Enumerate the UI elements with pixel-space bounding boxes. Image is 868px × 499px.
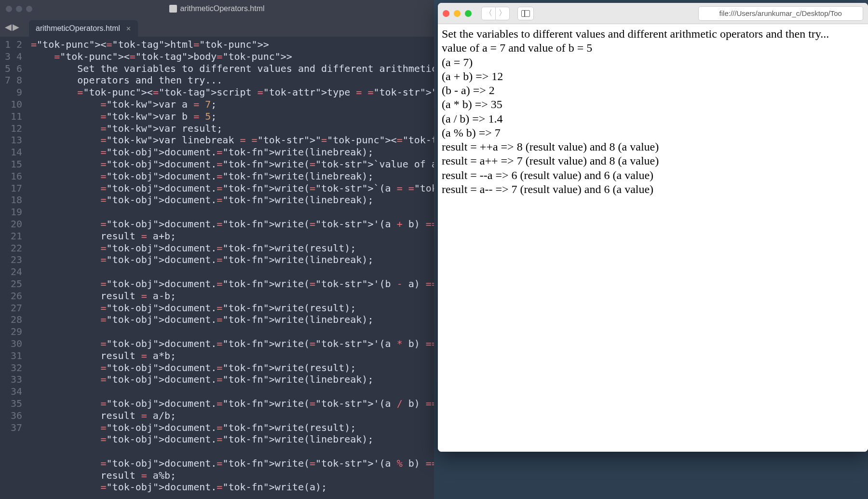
nav-back-icon[interactable]: ◀ bbox=[5, 22, 12, 32]
close-icon[interactable] bbox=[6, 6, 12, 12]
output-line: (b - a) => 2 bbox=[442, 83, 864, 97]
nav-forward-icon[interactable]: ▶ bbox=[13, 22, 19, 32]
browser-url-text: file:///Users/arunkumar_c/Desktop/Too bbox=[719, 9, 842, 17]
editor-title: arithmeticOperators.html bbox=[0, 4, 434, 13]
browser-traffic-lights[interactable] bbox=[443, 10, 472, 17]
browser-content: Set the variables to different values an… bbox=[438, 24, 868, 452]
editor-titlebar: arithmeticOperators.html bbox=[0, 0, 434, 17]
browser-sidebar-button[interactable] bbox=[517, 7, 534, 20]
output-line: (a = 7) bbox=[442, 55, 864, 69]
tab-close-icon[interactable]: ✕ bbox=[126, 25, 131, 32]
line-number-gutter: 1 2 3 4 5 6 7 8 9 10 11 12 13 14 15 16 1… bbox=[0, 37, 27, 499]
maximize-icon[interactable] bbox=[465, 10, 472, 17]
output-line: result = a-- => 7 (result value) and 6 (… bbox=[442, 182, 864, 196]
file-icon bbox=[169, 5, 177, 13]
minimize-icon[interactable] bbox=[16, 6, 22, 12]
browser-forward-button[interactable]: 〉 bbox=[495, 7, 510, 20]
editor-window: arithmeticOperators.html ◀ ▶ arithmeticO… bbox=[0, 0, 434, 499]
output-line: (a / b) => 1.4 bbox=[442, 112, 864, 126]
editor-title-text: arithmeticOperators.html bbox=[180, 4, 264, 13]
code-area[interactable]: ="tok-punc"><="tok-tag">html="tok-punc">… bbox=[27, 37, 434, 499]
output-line: Set the variables to different values an… bbox=[442, 27, 864, 41]
browser-window: 〈 〉 file:///Users/arunkumar_c/Desktop/To… bbox=[438, 3, 868, 452]
editor-body: 1 2 3 4 5 6 7 8 9 10 11 12 13 14 15 16 1… bbox=[0, 37, 434, 499]
output-line: result = --a => 6 (result value) and 6 (… bbox=[442, 168, 864, 182]
close-icon[interactable] bbox=[443, 10, 449, 17]
editor-toolbar: ◀ ▶ arithmeticOperators.html ✕ bbox=[0, 17, 434, 37]
output-line: result = ++a => 8 (result value) and 8 (… bbox=[442, 140, 864, 154]
output-line: result = a++ => 7 (result value) and 8 (… bbox=[442, 154, 864, 168]
browser-address-bar[interactable]: file:///Users/arunkumar_c/Desktop/Too bbox=[698, 6, 864, 21]
output-line: (a + b) => 12 bbox=[442, 69, 864, 83]
browser-back-button[interactable]: 〈 bbox=[481, 7, 496, 20]
output-line: (a * b) => 35 bbox=[442, 97, 864, 111]
desktop: arithmeticOperators.html ◀ ▶ arithmeticO… bbox=[0, 0, 868, 499]
sidebar-icon bbox=[521, 10, 530, 17]
browser-titlebar: 〈 〉 file:///Users/arunkumar_c/Desktop/To… bbox=[438, 3, 868, 24]
file-tab[interactable]: arithmeticOperators.html ✕ bbox=[29, 20, 138, 37]
file-tab-label: arithmeticOperators.html bbox=[36, 24, 120, 33]
maximize-icon[interactable] bbox=[26, 6, 32, 12]
minimize-icon[interactable] bbox=[454, 10, 461, 17]
editor-nav-arrows: ◀ ▶ bbox=[5, 22, 19, 32]
editor-traffic-lights[interactable] bbox=[6, 6, 32, 12]
output-line: value of a = 7 and value of b = 5 bbox=[442, 41, 864, 55]
output-line: (a % b) => 7 bbox=[442, 126, 864, 140]
